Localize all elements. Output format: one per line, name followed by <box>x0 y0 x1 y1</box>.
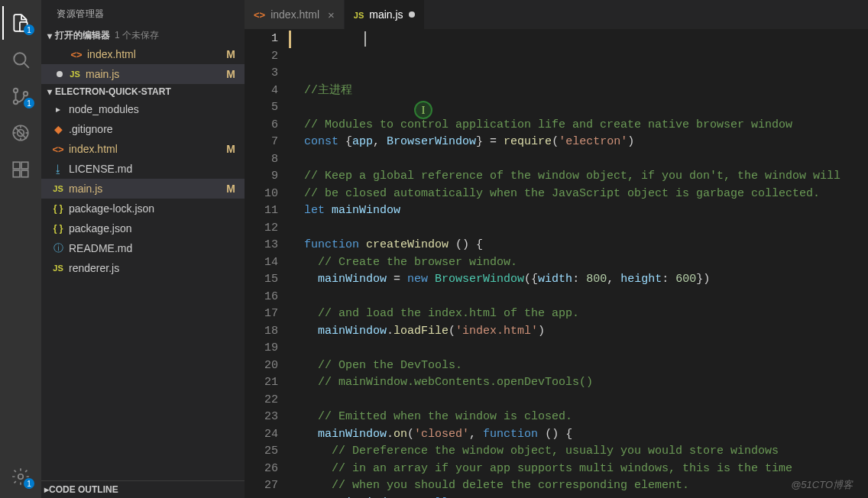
tab-label: index.html <box>270 8 319 21</box>
file-name: .gitignore <box>69 123 238 135</box>
dirty-dot-icon <box>409 11 415 18</box>
svg-rect-14 <box>21 170 28 177</box>
explorer-icon[interactable]: 1 <box>2 6 39 40</box>
tab-bar: <>index.html×JSmain.js <box>245 0 868 29</box>
svg-point-16 <box>18 474 24 480</box>
file-name: node_modules <box>69 103 238 115</box>
git-status: M <box>226 183 238 195</box>
code-editor[interactable]: 1234567891011121314151617181920212223242… <box>245 29 868 498</box>
file-tree-item[interactable]: ⓘREADME.md <box>41 238 245 258</box>
chevron-down-icon: ▾ <box>44 31 55 41</box>
git-status: M <box>226 143 238 155</box>
file-name: index.html <box>69 143 226 155</box>
open-editor-item[interactable]: <>index.htmlM <box>41 44 245 64</box>
file-tree-item[interactable]: ⭳LICENSE.md <box>41 159 245 179</box>
file-name: renderer.js <box>69 262 238 274</box>
tab-label: main.js <box>369 8 403 21</box>
file-icon: ⭳ <box>50 163 66 175</box>
file-tree-item[interactable]: ◆.gitignore <box>41 119 245 139</box>
file-tree-item[interactable]: <>index.htmlM <box>41 139 245 159</box>
editor-area: <>index.html×JSmain.js 12345678910111213… <box>245 0 868 498</box>
outline-label: CODE OUTLINE <box>49 484 118 495</box>
svg-point-5 <box>24 92 28 95</box>
line-gutter: 1234567891011121314151617181920212223242… <box>245 29 292 498</box>
file-tree-item[interactable]: JSrenderer.js <box>41 258 245 278</box>
svg-point-4 <box>14 100 18 104</box>
editor-tab[interactable]: <>index.html× <box>245 0 345 29</box>
svg-rect-12 <box>13 162 20 169</box>
settings-badge: 1 <box>24 478 34 489</box>
file-tree-item[interactable]: JSmain.jsM <box>41 179 245 199</box>
svg-rect-15 <box>21 162 28 169</box>
activity-bar: 1 1 1 <box>0 0 41 498</box>
open-editors-sub: 1 个未保存 <box>115 29 159 42</box>
code-content[interactable]: //主进程// Modules to control application l… <box>292 29 868 498</box>
explorer-badge: 1 <box>24 24 34 35</box>
file-name: package-lock.json <box>69 202 238 215</box>
file-icon: { } <box>50 223 66 234</box>
file-icon: <> <box>254 8 265 21</box>
source-control-icon[interactable]: 1 <box>2 79 39 113</box>
close-icon[interactable]: × <box>328 8 335 21</box>
file-name: LICENSE.md <box>69 163 238 175</box>
scm-badge: 1 <box>24 98 34 108</box>
open-editors-header[interactable]: ▾ 打开的编辑器 1 个未保存 <box>41 27 245 44</box>
open-editor-item[interactable]: JSmain.jsM <box>41 64 245 84</box>
svg-line-2 <box>24 63 29 68</box>
watermark: @51CTO博客 <box>791 478 853 492</box>
file-icon: JS <box>354 8 364 21</box>
svg-point-3 <box>14 89 18 92</box>
file-icon: <> <box>69 49 84 60</box>
file-icon: <> <box>50 144 66 155</box>
project-name: ELECTRON-QUICK-START <box>55 86 171 97</box>
file-icon: ▸ <box>50 104 66 115</box>
git-status: M <box>226 48 238 60</box>
svg-rect-13 <box>13 170 20 177</box>
file-name: package.json <box>69 222 238 234</box>
search-icon[interactable] <box>2 43 39 76</box>
file-name: main.js <box>69 183 226 195</box>
file-icon: JS <box>50 184 66 193</box>
open-editors-label: 打开的编辑器 <box>55 29 110 42</box>
text-cursor <box>364 31 366 47</box>
file-name: index.html <box>87 48 226 60</box>
file-icon: JS <box>50 264 66 273</box>
file-icon: ◆ <box>50 123 66 135</box>
file-name: main.js <box>86 68 226 80</box>
git-status: M <box>226 68 238 80</box>
project-header[interactable]: ▾ ELECTRON-QUICK-START <box>41 84 245 99</box>
editor-tab[interactable]: JSmain.js <box>345 0 425 29</box>
file-icon: ⓘ <box>50 241 66 255</box>
file-tree-item[interactable]: ▸node_modules <box>41 99 245 119</box>
file-icon: JS <box>67 70 83 79</box>
file-tree-item[interactable]: { }package.json <box>41 218 245 238</box>
file-name: README.md <box>69 242 238 254</box>
sidebar-title: 资源管理器 <box>41 0 245 27</box>
unsaved-dot-icon <box>57 71 63 77</box>
file-icon: { } <box>50 203 66 214</box>
svg-point-1 <box>14 53 25 64</box>
debug-icon[interactable] <box>2 116 39 150</box>
sidebar: 资源管理器 ▾ 打开的编辑器 1 个未保存 <>index.htmlMJSmai… <box>41 0 245 498</box>
file-tree-item[interactable]: { }package-lock.json <box>41 199 245 218</box>
extensions-icon[interactable] <box>2 153 39 186</box>
settings-icon[interactable]: 1 <box>2 460 39 493</box>
outline-header[interactable]: ▸ CODE OUTLINE <box>41 480 245 498</box>
chevron-down-icon: ▾ <box>44 86 55 97</box>
